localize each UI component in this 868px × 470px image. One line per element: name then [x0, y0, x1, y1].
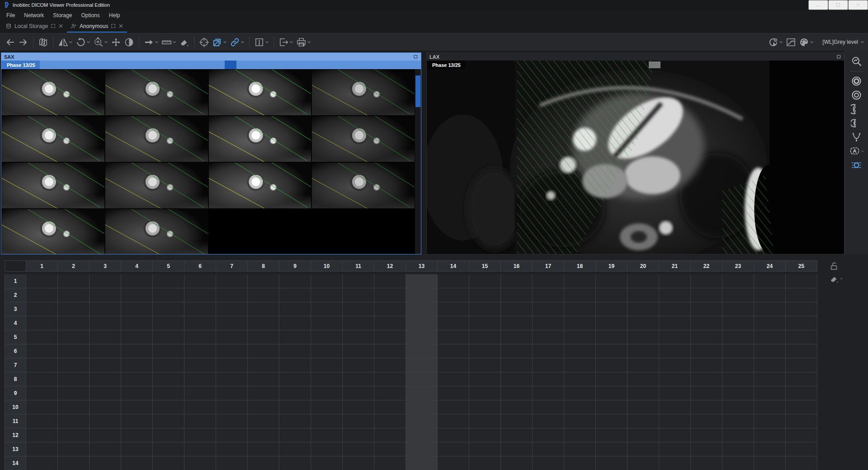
sax-phase-track[interactable]: [49, 61, 412, 69]
table-cell[interactable]: [627, 414, 659, 428]
table-cell[interactable]: [722, 414, 754, 428]
table-cell[interactable]: [184, 456, 216, 470]
column-header-17[interactable]: 17: [533, 260, 564, 272]
table-cell[interactable]: [406, 344, 438, 358]
table-cell[interactable]: [786, 288, 817, 302]
table-cell[interactable]: [501, 302, 533, 316]
table-cell[interactable]: [406, 428, 438, 442]
table-cell[interactable]: [311, 316, 343, 330]
table-cell[interactable]: [343, 414, 374, 428]
chevron-down-icon[interactable]: [223, 40, 227, 44]
tool-zoom-button[interactable]: [92, 35, 109, 49]
tool-mpr-reconstruction-button[interactable]: [37, 35, 50, 49]
table-cell[interactable]: [438, 442, 469, 456]
table-cell[interactable]: [248, 344, 279, 358]
table-cell[interactable]: [501, 274, 533, 288]
table-cell[interactable]: [786, 330, 817, 344]
table-cell[interactable]: [248, 400, 279, 414]
chevron-down-icon[interactable]: [860, 40, 864, 44]
table-cell[interactable]: [469, 414, 501, 428]
tool-color-palette-button[interactable]: [797, 35, 815, 49]
table-cell[interactable]: [786, 344, 817, 358]
column-header-24[interactable]: 24: [754, 260, 786, 272]
table-cell[interactable]: [438, 456, 469, 470]
chevron-down-icon[interactable]: [779, 40, 783, 44]
table-cell[interactable]: [216, 344, 248, 358]
table-cell[interactable]: [121, 344, 153, 358]
table-cell[interactable]: [216, 358, 248, 372]
tool-export-button[interactable]: [277, 35, 295, 49]
tab-anonymous[interactable]: Anonymous: [67, 20, 127, 33]
table-cell[interactable]: [279, 330, 311, 344]
table-cell[interactable]: [90, 400, 121, 414]
chevron-right-icon[interactable]: [837, 62, 842, 68]
table-cell[interactable]: [438, 274, 469, 288]
table-cell[interactable]: [311, 274, 343, 288]
table-cell[interactable]: [533, 316, 564, 330]
table-cell[interactable]: [343, 358, 374, 372]
chevron-down-icon[interactable]: [241, 40, 245, 44]
table-cell[interactable]: [659, 386, 691, 400]
column-header-11[interactable]: 11: [343, 260, 374, 272]
table-cell[interactable]: [469, 442, 501, 456]
table-cell[interactable]: [501, 386, 533, 400]
table-cell[interactable]: [691, 428, 722, 442]
table-cell[interactable]: [311, 400, 343, 414]
table-cell[interactable]: [90, 358, 121, 372]
table-cell[interactable]: [216, 302, 248, 316]
table-cell[interactable]: [501, 372, 533, 386]
table-cell[interactable]: [153, 302, 184, 316]
table-cell[interactable]: [153, 400, 184, 414]
tool-localizer-button[interactable]: [198, 35, 211, 49]
table-cell[interactable]: [501, 288, 533, 302]
table-clear-button[interactable]: [829, 274, 843, 284]
table-cell[interactable]: [564, 386, 596, 400]
tool-erase-button[interactable]: [178, 35, 191, 49]
column-header-25[interactable]: 25: [786, 260, 817, 272]
table-cell[interactable]: [184, 274, 216, 288]
row-header-7[interactable]: 7: [5, 358, 26, 372]
table-cell[interactable]: [58, 428, 90, 442]
sax-thumbnail[interactable]: [105, 116, 208, 162]
chevron-down-icon[interactable]: [265, 40, 269, 44]
table-cell[interactable]: [121, 428, 153, 442]
sidebar-crescent-large-button[interactable]: [845, 102, 868, 116]
table-cell[interactable]: [659, 358, 691, 372]
lax-phase-thumb[interactable]: [649, 61, 660, 68]
table-cell[interactable]: [469, 358, 501, 372]
table-cell[interactable]: [26, 400, 58, 414]
table-cell[interactable]: [722, 456, 754, 470]
table-cell[interactable]: [501, 414, 533, 428]
table-cell[interactable]: [564, 274, 596, 288]
chevron-down-icon[interactable]: [69, 40, 73, 44]
table-cell[interactable]: [184, 330, 216, 344]
table-cell[interactable]: [564, 330, 596, 344]
column-header-2[interactable]: 2: [58, 260, 90, 272]
table-cell[interactable]: [374, 302, 406, 316]
tool-scout-lines-button[interactable]: [211, 35, 228, 49]
lax-phase-scrollbar[interactable]: Phase 13/25: [427, 61, 844, 69]
table-cell[interactable]: [691, 274, 722, 288]
column-header-18[interactable]: 18: [564, 260, 596, 272]
table-cell[interactable]: [216, 274, 248, 288]
table-cell[interactable]: [406, 386, 438, 400]
chevron-down-icon[interactable]: [155, 40, 159, 44]
table-cell[interactable]: [659, 316, 691, 330]
table-cell[interactable]: [248, 288, 279, 302]
table-cell[interactable]: [58, 358, 90, 372]
table-cell[interactable]: [438, 400, 469, 414]
table-cell[interactable]: [90, 344, 121, 358]
table-cell[interactable]: [58, 442, 90, 456]
table-cell[interactable]: [596, 428, 627, 442]
sax-phase-scrollbar[interactable]: Phase 13/25: [1, 61, 421, 69]
table-cell[interactable]: [722, 288, 754, 302]
table-cell[interactable]: [406, 330, 438, 344]
table-cell[interactable]: [754, 428, 786, 442]
table-cell[interactable]: [184, 302, 216, 316]
table-cell[interactable]: [216, 442, 248, 456]
tool-rotate-button[interactable]: [74, 35, 92, 49]
table-cell[interactable]: [533, 344, 564, 358]
table-cell[interactable]: [121, 288, 153, 302]
sax-thumbnail[interactable]: [105, 162, 208, 209]
table-cell[interactable]: [184, 414, 216, 428]
